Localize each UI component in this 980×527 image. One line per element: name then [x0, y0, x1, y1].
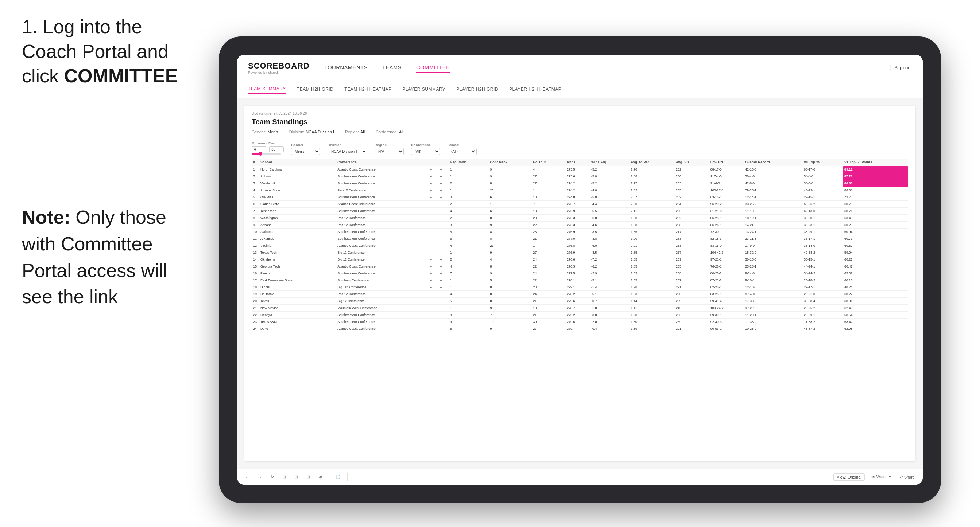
toolbar-forward[interactable]: →	[256, 473, 264, 481]
cell-school[interactable]: Georgia	[259, 312, 336, 319]
cell-arrow1: –	[428, 277, 439, 284]
cell-overall: 11-38-2	[744, 319, 802, 325]
school-select[interactable]: (All)	[447, 148, 477, 155]
cell-school[interactable]: Texas A&M	[259, 319, 336, 325]
cell-rrank: 1	[449, 173, 489, 180]
cell-school[interactable]: Arkansas	[259, 235, 336, 242]
col-arrow2	[438, 159, 449, 166]
toolbar-back[interactable]: ←	[243, 473, 251, 481]
nav-committee[interactable]: COMMITTEE	[416, 63, 450, 73]
cell-arrow2: –	[438, 215, 449, 222]
cell-school[interactable]: Texas Tech	[259, 249, 336, 256]
cell-rnds: 279.5	[565, 332, 590, 334]
col-school: School	[259, 159, 336, 166]
col-overall: Overall Record	[744, 159, 802, 166]
cell-school[interactable]: New Mexico	[259, 305, 336, 312]
toolbar-item2[interactable]: ⊡	[305, 473, 312, 481]
cell-school[interactable]: Vanderbilt	[259, 180, 336, 187]
cell-school[interactable]: Oregon	[259, 332, 336, 334]
min-rounds-input-2[interactable]	[269, 146, 284, 152]
division-select[interactable]: NCAA Division I NCAA Division II NCAA Di…	[328, 148, 367, 155]
cell-school[interactable]: Virginia	[259, 242, 336, 249]
cell-lowrd: 80-25-2	[709, 270, 744, 277]
conference-select[interactable]: (All)	[411, 148, 440, 155]
cell-arrow2: –	[438, 201, 449, 208]
cell-school[interactable]: Tennessee	[259, 208, 336, 215]
cell-school[interactable]: Washington	[259, 215, 336, 222]
cell-rank: 6	[251, 201, 259, 208]
cell-school[interactable]: Texas	[259, 298, 336, 305]
cell-crank: 9	[489, 222, 532, 229]
cell-adj: -1.4	[590, 284, 629, 291]
cell-lowrd: 86-26-1	[709, 222, 744, 229]
subnav-team-summary[interactable]: TEAM SUMMARY	[248, 85, 286, 94]
cell-vst25: 23-33-1	[802, 332, 843, 334]
cell-conference: Big Ten Conference	[336, 284, 428, 291]
cell-conference: Atlantic Coast Conference	[336, 242, 428, 249]
cell-conference: Southeastern Conference	[336, 270, 428, 277]
cell-school[interactable]: Ole Miss	[259, 194, 336, 201]
col-wins-adj: Wins Adj.	[590, 159, 629, 166]
cell-avgsg: 268	[675, 235, 709, 242]
standings-table: # School Conference Reg Rank Conf Rank N…	[251, 159, 908, 333]
cell-school[interactable]: Duke	[259, 325, 336, 332]
cell-school[interactable]: Alabama	[259, 229, 336, 235]
subnav-team-h2h-heatmap[interactable]: TEAM H2H HEATMAP	[344, 85, 391, 93]
cell-vst50: 60.23	[843, 222, 908, 229]
cell-rnds: 279.1	[565, 284, 590, 291]
cell-school[interactable]: Arizona	[259, 222, 336, 229]
cell-rnds: 276.6	[565, 256, 590, 263]
cell-avgto: 2.70	[629, 166, 675, 173]
region-select[interactable]: N/A All	[375, 148, 404, 155]
share-button[interactable]: ↗ Share	[897, 473, 917, 481]
cell-school[interactable]: Arizona State	[259, 187, 336, 194]
cell-conference: Atlantic Coast Conference	[336, 166, 428, 173]
cell-avgsg: 215	[675, 305, 709, 312]
cell-school[interactable]: North Carolina	[259, 166, 336, 173]
cell-vst50: 60.21	[843, 256, 908, 263]
cell-lowrd: 59-41-4	[709, 298, 744, 305]
cell-vst25: 36-17-1	[802, 235, 843, 242]
view-original-button[interactable]: View: Original	[834, 473, 865, 481]
cell-school[interactable]: Oklahoma	[259, 256, 336, 263]
cell-school[interactable]: East Tennessee State	[259, 277, 336, 284]
subnav-team-h2h-grid[interactable]: TEAM H2H GRID	[297, 85, 334, 93]
col-avg-sg: Avg. SG	[675, 159, 709, 166]
cell-vst50: 68.71	[843, 208, 908, 215]
toolbar-item1[interactable]: ⊡	[293, 473, 300, 481]
table-row: 5 Ole Miss Southeastern Conference – – 3…	[251, 194, 908, 201]
cell-conference: Southeastern Conference	[336, 312, 428, 319]
subnav-player-summary[interactable]: PLAYER SUMMARY	[402, 85, 445, 93]
cell-crank: 6	[489, 208, 532, 215]
cell-rnds: 276.9	[565, 249, 590, 256]
cell-adj: -7.2	[590, 256, 629, 263]
cell-lowrd: 72-30-1	[709, 229, 744, 235]
gender-select[interactable]: Men's Women's	[291, 148, 320, 155]
nav-teams[interactable]: TEAMS	[382, 63, 402, 73]
col-no-tour: No Tour	[531, 159, 565, 166]
toolbar-add[interactable]: ⊕	[317, 473, 324, 481]
cell-school[interactable]: Auburn	[259, 173, 336, 180]
cell-notour: 23	[531, 284, 565, 291]
rounds-slider[interactable]	[251, 154, 281, 155]
cell-school[interactable]: Illinois	[259, 284, 336, 291]
cell-lowrd: 76-26-1	[709, 263, 744, 270]
toolbar-grid[interactable]: ⊞	[280, 473, 288, 481]
watch-button[interactable]: 👁 Watch ▾	[869, 473, 893, 481]
toolbar-refresh[interactable]: ↻	[269, 473, 276, 481]
subnav-player-h2h-grid[interactable]: PLAYER H2H GRID	[456, 85, 498, 93]
cell-adj: -6.2	[590, 263, 629, 270]
cell-school[interactable]: Georgia Tech	[259, 263, 336, 270]
cell-overall: 30-4-0	[744, 173, 802, 180]
cell-vst50: 60.57	[843, 242, 908, 249]
cell-school[interactable]: Florida State	[259, 201, 336, 208]
cell-vst25: 23-18-2	[802, 277, 843, 284]
nav-tournaments[interactable]: TOURNAMENTS	[324, 63, 368, 73]
cell-school[interactable]: California	[259, 291, 336, 298]
subnav-player-h2h-heatmap[interactable]: PLAYER H2H HEATMAP	[509, 85, 561, 93]
cell-school[interactable]: Florida	[259, 270, 336, 277]
sign-out-button[interactable]: Sign out	[894, 65, 912, 70]
min-rounds-input-1[interactable]	[251, 146, 266, 152]
toolbar-clock[interactable]: 🕐	[333, 473, 343, 481]
cell-lowrd: 82-18-3	[709, 235, 744, 242]
